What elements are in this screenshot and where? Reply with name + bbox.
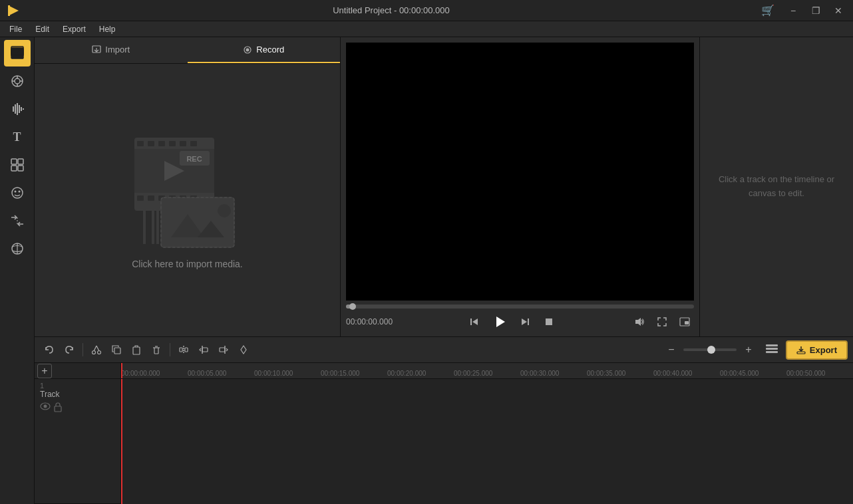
controls-left: 00:00:00.000 (346, 317, 393, 326)
menu-edit[interactable]: Edit (29, 23, 56, 35)
svg-point-34 (246, 48, 250, 51)
svg-rect-43 (148, 195, 154, 201)
import-graphic-area: REC (121, 131, 254, 269)
fullscreen-icon[interactable] (653, 313, 671, 331)
svg-rect-21 (11, 166, 17, 171)
stop-button[interactable] (540, 313, 558, 331)
sidebar-btn-media[interactable] (4, 40, 31, 66)
svg-marker-83 (241, 346, 246, 354)
sidebar-btn-audio[interactable] (4, 96, 31, 122)
svg-marker-63 (522, 318, 527, 325)
timeline-ruler: 00:00:00.00000:00:05.00000:00:10.00000:0… (121, 363, 853, 379)
track-lock-icon[interactable] (53, 402, 63, 414)
svg-rect-73 (114, 348, 120, 354)
zoom-thumb[interactable] (707, 346, 715, 354)
split-button[interactable] (174, 340, 193, 359)
menu-help[interactable]: Help (92, 23, 122, 35)
restore-button[interactable]: ❐ (806, 3, 825, 19)
main-container: T (0, 37, 853, 504)
content-area: Import Record (35, 37, 853, 504)
copy-button[interactable] (107, 340, 126, 359)
trim-left-button[interactable] (194, 340, 213, 359)
marker-button[interactable] (234, 340, 253, 359)
zoom-in-button[interactable]: + (739, 340, 758, 359)
minimize-button[interactable]: − (784, 3, 802, 19)
progress-handle[interactable] (349, 303, 356, 310)
video-preview-panel: 00:00:00.000 (341, 37, 700, 336)
window-title: Untitled Project - 00:00:00.000 (21, 5, 761, 15)
export-label: Export (810, 345, 837, 355)
track-icons (40, 402, 115, 414)
svg-rect-22 (18, 166, 23, 171)
svg-rect-39 (169, 141, 176, 146)
svg-rect-40 (180, 141, 186, 146)
timeline-tracks: 00:00:00.00000:00:05.00000:00:10.00000:0… (121, 363, 853, 504)
ruler-tick: 00:00:30.000 (520, 370, 559, 377)
track-body[interactable] (121, 379, 853, 504)
svg-rect-86 (766, 351, 778, 353)
separator-2 (170, 343, 170, 356)
skip-forward-button[interactable] (516, 313, 534, 331)
cart-icon[interactable]: 🛒 (761, 4, 774, 17)
zoom-out-button[interactable]: − (662, 340, 681, 359)
add-track-button[interactable]: + (37, 364, 52, 378)
svg-point-7 (15, 78, 20, 84)
svg-point-23 (12, 188, 23, 198)
svg-rect-20 (18, 159, 23, 164)
tab-record[interactable]: Record (188, 37, 341, 63)
ruler-tick: 00:00:15.000 (321, 370, 359, 377)
zoom-control: − + (662, 340, 758, 359)
import-area[interactable]: REC (35, 64, 340, 336)
svg-point-69 (92, 351, 96, 354)
timeline-toolbar: − + Export (35, 336, 853, 363)
svg-rect-41 (190, 141, 197, 146)
menubar: File Edit Export Help (0, 21, 853, 37)
ruler-tick: 00:00:50.000 (786, 370, 825, 377)
svg-text:REC: REC (186, 155, 202, 163)
timeline-area: − + Export (35, 336, 853, 504)
svg-rect-19 (11, 159, 17, 164)
close-button[interactable]: ✕ (829, 3, 848, 19)
sidebar-btn-filters[interactable] (4, 235, 31, 262)
volume-icon[interactable] (630, 313, 649, 331)
paste-button[interactable] (127, 340, 146, 359)
play-button[interactable] (489, 311, 510, 332)
ruler-tick: 00:00:40.000 (653, 370, 692, 377)
ruler-tick: 00:00:20.000 (387, 370, 426, 377)
track-visibility-icon[interactable] (40, 402, 51, 414)
cut-button[interactable] (87, 340, 106, 359)
progress-bar[interactable] (346, 305, 694, 309)
properties-hint: Click a track on the timeline or canvas … (700, 160, 853, 214)
sidebar-btn-transitions[interactable] (4, 207, 31, 234)
timeline-settings-icon[interactable] (765, 341, 779, 356)
top-panels: Import Record (35, 37, 853, 336)
sidebar-btn-effects[interactable] (4, 68, 31, 94)
undo-button[interactable] (40, 340, 59, 359)
skip-back-button[interactable] (465, 313, 484, 331)
redo-button[interactable] (60, 340, 79, 359)
sidebar-btn-templates[interactable] (4, 152, 31, 178)
svg-rect-82 (220, 348, 225, 352)
svg-rect-74 (133, 347, 140, 354)
svg-point-25 (18, 191, 20, 193)
sidebar-btn-stickers[interactable] (4, 180, 31, 206)
delete-button[interactable] (147, 340, 166, 359)
svg-point-24 (14, 191, 16, 193)
track-name: Track (40, 390, 115, 399)
tab-import[interactable]: Import (35, 37, 188, 63)
sidebar-btn-text[interactable]: T (4, 124, 31, 150)
controls-right (630, 313, 694, 331)
zoom-slider[interactable] (683, 348, 737, 351)
export-button[interactable]: Export (786, 340, 848, 360)
ruler-tick: 00:00:05.000 (188, 370, 226, 377)
menu-file[interactable]: File (3, 23, 29, 35)
pip-icon[interactable] (675, 313, 694, 331)
controls-row: 00:00:00.000 (346, 311, 694, 332)
svg-point-70 (98, 351, 101, 354)
trim-right-button[interactable] (214, 340, 233, 359)
svg-marker-62 (496, 316, 505, 327)
ruler-tick: 00:00:35.000 (587, 370, 625, 377)
svg-rect-80 (202, 348, 208, 352)
svg-rect-36 (137, 141, 144, 146)
menu-export[interactable]: Export (56, 23, 92, 35)
